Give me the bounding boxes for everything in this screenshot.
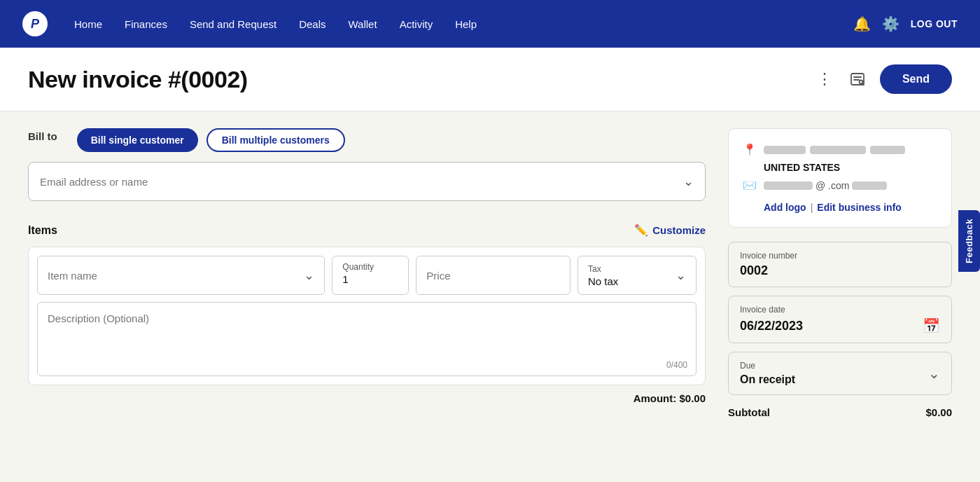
invoice-number-value[interactable]: 0002	[740, 263, 940, 278]
invoice-date-field[interactable]: Invoice date 06/22/2023 📅	[728, 296, 952, 343]
quantity-value[interactable]: 1	[342, 273, 398, 285]
subtotal-value: $0.00	[925, 406, 952, 418]
invoice-number-field[interactable]: Invoice number 0002	[728, 242, 952, 287]
links-separator: |	[811, 202, 813, 213]
nav-activity[interactable]: Activity	[390, 13, 443, 36]
due-dropdown-chevron-icon: ⌄	[928, 365, 940, 382]
amount-label: Amount:	[634, 392, 677, 404]
blurred-email-1	[764, 181, 813, 190]
bill-to-header: Bill to Bill single customer Bill multip…	[28, 128, 706, 152]
blurred-address-2	[810, 146, 866, 154]
due-value: On receipt	[740, 373, 795, 386]
amount-value: $0.00	[679, 392, 706, 404]
price-wrap[interactable]	[416, 256, 570, 295]
tax-value: No tax	[588, 275, 618, 287]
item-row-wrap: ⌄ Quantity 1 Tax No tax	[28, 247, 706, 385]
quantity-label: Quantity	[342, 262, 398, 272]
bill-to-section: Bill to Bill single customer Bill multip…	[28, 128, 706, 201]
items-label: Items	[28, 224, 57, 237]
page-header: New invoice #(0002) ⋮ Send	[0, 48, 980, 111]
nav-finances[interactable]: Finances	[115, 13, 177, 36]
calendar-icon[interactable]: 📅	[923, 317, 940, 334]
invoice-date-value: 06/22/2023	[740, 319, 803, 333]
settings-gear-button[interactable]: ⚙️	[882, 15, 899, 32]
business-country: UNITED STATES	[764, 162, 937, 173]
subtotal-label: Subtotal	[728, 406, 770, 418]
navbar: P Home Finances Send and Request Deals W…	[0, 0, 980, 48]
char-count: 0/400	[666, 360, 687, 370]
customize-button[interactable]: ✏️ Customize	[634, 223, 706, 237]
notification-bell-button[interactable]: 🔔	[853, 15, 871, 32]
quantity-wrap[interactable]: Quantity 1	[332, 256, 409, 295]
blurred-email-2	[852, 181, 887, 190]
preview-button[interactable]	[846, 68, 869, 90]
description-wrap: 0/400	[37, 302, 696, 376]
email-at-suffix: @ .com	[816, 180, 849, 191]
due-field[interactable]: Due On receipt ⌄	[728, 352, 952, 395]
customize-label: Customize	[652, 224, 706, 236]
feedback-button[interactable]: Feedback	[958, 210, 980, 272]
send-button[interactable]: Send	[880, 64, 952, 94]
nav-links: Home Finances Send and Request Deals Wal…	[64, 13, 848, 36]
description-textarea[interactable]	[38, 303, 696, 373]
left-panel: Bill to Bill single customer Bill multip…	[28, 128, 706, 404]
nav-actions: 🔔 ⚙️ LOG OUT	[853, 15, 958, 32]
nav-help[interactable]: Help	[445, 13, 486, 36]
email-dropdown-chevron-icon: ⌄	[683, 174, 694, 189]
tax-label: Tax	[588, 264, 618, 274]
page-header-actions: ⋮ Send	[814, 64, 952, 94]
due-label: Due	[740, 361, 795, 371]
blurred-address-3	[870, 146, 905, 154]
bill-multiple-customers-button[interactable]: Bill multiple customers	[206, 128, 345, 152]
nav-send-request[interactable]: Send and Request	[180, 13, 286, 36]
nav-wallet[interactable]: Wallet	[339, 13, 387, 36]
item-name-dropdown-chevron-icon: ⌄	[304, 268, 314, 283]
business-email-row: ✉️ @ .com	[743, 179, 937, 192]
item-name-input[interactable]	[48, 270, 304, 282]
tax-inner: Tax No tax	[588, 264, 618, 287]
email-input-wrap[interactable]: ⌄	[28, 162, 706, 201]
email-icon: ✉️	[743, 179, 757, 192]
tax-wrap[interactable]: Tax No tax ⌄	[578, 256, 696, 295]
edit-business-info-link[interactable]: Edit business info	[817, 202, 902, 213]
price-input[interactable]	[426, 270, 560, 282]
bill-to-label: Bill to	[28, 130, 57, 142]
amount-row: Amount: $0.00	[28, 392, 706, 404]
business-info-card: 📍 UNITED STATES ✉️ @ .com Add logo |	[728, 128, 952, 228]
due-inner: Due On receipt	[740, 361, 795, 386]
feedback-sidebar: Feedback	[958, 210, 980, 272]
pencil-icon: ✏️	[634, 223, 648, 237]
items-section: Items ✏️ Customize ⌄ Quantity 1	[28, 223, 706, 404]
nav-deals[interactable]: Deals	[289, 13, 335, 36]
map-pin-icon: 📍	[743, 143, 757, 156]
page-title: New invoice #(0002)	[28, 66, 248, 93]
logout-link[interactable]: LOG OUT	[911, 18, 958, 29]
paypal-logo[interactable]: P	[22, 11, 48, 36]
business-links: Add logo | Edit business info	[764, 202, 937, 213]
items-header: Items ✏️ Customize	[28, 223, 706, 237]
subtotal-row: Subtotal $0.00	[728, 404, 952, 421]
invoice-date-row: 06/22/2023 📅	[740, 317, 940, 334]
main-content: Bill to Bill single customer Bill multip…	[0, 111, 980, 438]
bill-single-customer-button[interactable]: Bill single customer	[77, 128, 198, 152]
item-name-wrap[interactable]: ⌄	[37, 256, 325, 295]
more-options-button[interactable]: ⋮	[814, 67, 835, 91]
blurred-address-1	[764, 146, 806, 154]
email-input[interactable]	[40, 176, 683, 188]
nav-home[interactable]: Home	[64, 13, 112, 36]
item-fields: ⌄ Quantity 1 Tax No tax	[37, 256, 696, 295]
business-address-row: 📍	[743, 143, 937, 156]
invoice-number-label: Invoice number	[740, 251, 940, 261]
invoice-date-label: Invoice date	[740, 305, 940, 315]
right-panel: 📍 UNITED STATES ✉️ @ .com Add logo |	[728, 128, 952, 421]
paypal-icon: P	[22, 11, 48, 36]
tax-dropdown-chevron-icon: ⌄	[676, 268, 686, 283]
add-logo-link[interactable]: Add logo	[764, 202, 806, 213]
